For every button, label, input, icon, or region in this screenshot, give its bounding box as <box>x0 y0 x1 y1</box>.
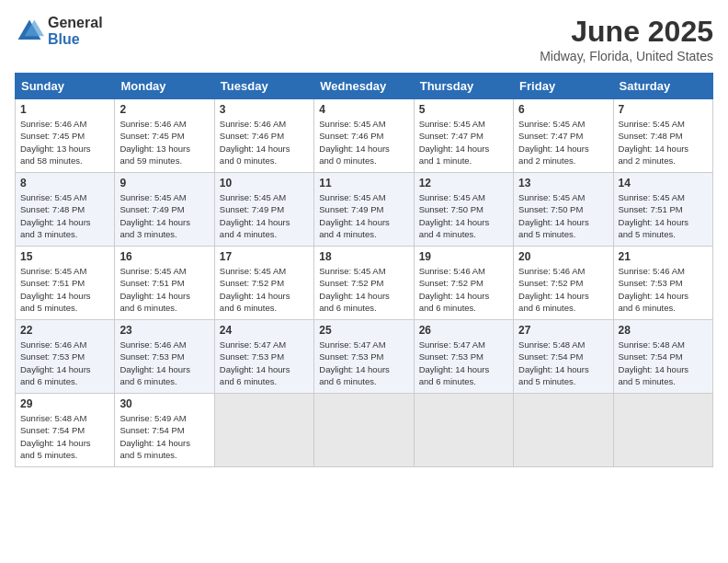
day-number: 17 <box>220 250 309 263</box>
day-info: Sunrise: 5:45 AM Sunset: 7:48 PM Dayligh… <box>20 191 109 240</box>
calendar-day-cell: 22Sunrise: 5:46 AM Sunset: 7:53 PM Dayli… <box>16 320 115 394</box>
day-info: Sunrise: 5:46 AM Sunset: 7:53 PM Dayligh… <box>20 339 109 387</box>
day-number: 24 <box>220 324 309 337</box>
calendar-day-cell: 3Sunrise: 5:46 AM Sunset: 7:46 PM Daylig… <box>214 99 313 173</box>
weekday-header: Tuesday <box>214 74 313 99</box>
day-info: Sunrise: 5:45 AM Sunset: 7:50 PM Dayligh… <box>518 191 608 240</box>
day-info: Sunrise: 5:46 AM Sunset: 7:45 PM Dayligh… <box>119 118 209 167</box>
day-info: Sunrise: 5:45 AM Sunset: 7:52 PM Dayligh… <box>220 265 309 314</box>
day-number: 5 <box>419 103 508 116</box>
calendar-day-cell: 29Sunrise: 5:48 AM Sunset: 7:54 PM Dayli… <box>16 394 115 467</box>
day-info: Sunrise: 5:45 AM Sunset: 7:52 PM Dayligh… <box>319 265 408 314</box>
day-number: 20 <box>518 250 608 263</box>
day-info: Sunrise: 5:45 AM Sunset: 7:50 PM Dayligh… <box>419 191 508 240</box>
calendar-day-cell: 15Sunrise: 5:45 AM Sunset: 7:51 PM Dayli… <box>16 247 115 320</box>
day-info: Sunrise: 5:46 AM Sunset: 7:53 PM Dayligh… <box>119 339 209 387</box>
day-info: Sunrise: 5:46 AM Sunset: 7:53 PM Dayligh… <box>619 265 708 314</box>
day-number: 3 <box>220 103 309 116</box>
day-number: 14 <box>619 177 708 190</box>
day-number: 8 <box>20 177 109 190</box>
day-number: 11 <box>319 177 408 190</box>
calendar-day-cell: 20Sunrise: 5:46 AM Sunset: 7:52 PM Dayli… <box>514 247 613 320</box>
calendar-day-cell: 8Sunrise: 5:45 AM Sunset: 7:48 PM Daylig… <box>16 173 115 247</box>
day-number: 27 <box>518 324 608 337</box>
calendar-day-cell: 11Sunrise: 5:45 AM Sunset: 7:49 PM Dayli… <box>314 173 414 247</box>
day-number: 16 <box>119 250 209 263</box>
calendar-day-cell: 1Sunrise: 5:46 AM Sunset: 7:45 PM Daylig… <box>16 99 115 173</box>
calendar-day-cell: 13Sunrise: 5:45 AM Sunset: 7:50 PM Dayli… <box>514 173 613 247</box>
weekday-header: Friday <box>514 74 613 99</box>
day-number: 13 <box>518 177 608 190</box>
calendar-day-cell <box>514 394 613 467</box>
day-info: Sunrise: 5:45 AM Sunset: 7:47 PM Dayligh… <box>419 118 508 167</box>
day-info: Sunrise: 5:45 AM Sunset: 7:49 PM Dayligh… <box>119 191 209 240</box>
calendar-day-cell: 10Sunrise: 5:45 AM Sunset: 7:49 PM Dayli… <box>214 173 313 247</box>
calendar-day-cell: 16Sunrise: 5:45 AM Sunset: 7:51 PM Dayli… <box>115 247 214 320</box>
calendar-week-row: 15Sunrise: 5:45 AM Sunset: 7:51 PM Dayli… <box>16 247 713 320</box>
day-info: Sunrise: 5:48 AM Sunset: 7:54 PM Dayligh… <box>619 339 708 387</box>
day-number: 10 <box>220 177 309 190</box>
day-info: Sunrise: 5:45 AM Sunset: 7:49 PM Dayligh… <box>220 191 309 240</box>
calendar-day-cell: 7Sunrise: 5:45 AM Sunset: 7:48 PM Daylig… <box>613 99 712 173</box>
day-info: Sunrise: 5:46 AM Sunset: 7:46 PM Dayligh… <box>220 118 309 167</box>
day-number: 18 <box>319 250 408 263</box>
weekday-header: Wednesday <box>314 74 414 99</box>
calendar-day-cell: 9Sunrise: 5:45 AM Sunset: 7:49 PM Daylig… <box>115 173 214 247</box>
day-info: Sunrise: 5:49 AM Sunset: 7:54 PM Dayligh… <box>119 412 209 461</box>
month-title: June 2025 <box>540 15 713 49</box>
calendar-week-row: 22Sunrise: 5:46 AM Sunset: 7:53 PM Dayli… <box>16 320 713 394</box>
calendar-day-cell: 6Sunrise: 5:45 AM Sunset: 7:47 PM Daylig… <box>514 99 613 173</box>
day-info: Sunrise: 5:45 AM Sunset: 7:49 PM Dayligh… <box>319 191 408 240</box>
calendar-day-cell: 4Sunrise: 5:45 AM Sunset: 7:46 PM Daylig… <box>314 99 414 173</box>
calendar-week-row: 29Sunrise: 5:48 AM Sunset: 7:54 PM Dayli… <box>16 394 713 467</box>
calendar-week-row: 1Sunrise: 5:46 AM Sunset: 7:45 PM Daylig… <box>16 99 713 173</box>
day-number: 6 <box>518 103 608 116</box>
day-info: Sunrise: 5:46 AM Sunset: 7:52 PM Dayligh… <box>419 265 508 314</box>
day-info: Sunrise: 5:48 AM Sunset: 7:54 PM Dayligh… <box>20 412 109 461</box>
calendar-day-cell: 5Sunrise: 5:45 AM Sunset: 7:47 PM Daylig… <box>414 99 513 173</box>
calendar-day-cell: 24Sunrise: 5:47 AM Sunset: 7:53 PM Dayli… <box>214 320 313 394</box>
day-number: 1 <box>20 103 109 116</box>
day-info: Sunrise: 5:45 AM Sunset: 7:47 PM Dayligh… <box>518 118 608 167</box>
calendar-day-cell <box>613 394 712 467</box>
calendar-day-cell: 14Sunrise: 5:45 AM Sunset: 7:51 PM Dayli… <box>613 173 712 247</box>
calendar-header-row: SundayMondayTuesdayWednesdayThursdayFrid… <box>16 74 713 99</box>
day-info: Sunrise: 5:47 AM Sunset: 7:53 PM Dayligh… <box>220 339 309 387</box>
calendar-day-cell: 19Sunrise: 5:46 AM Sunset: 7:52 PM Dayli… <box>414 247 513 320</box>
day-number: 7 <box>619 103 708 116</box>
day-number: 28 <box>619 324 708 337</box>
calendar-week-row: 8Sunrise: 5:45 AM Sunset: 7:48 PM Daylig… <box>16 173 713 247</box>
day-info: Sunrise: 5:45 AM Sunset: 7:46 PM Dayligh… <box>319 118 408 167</box>
calendar-day-cell: 27Sunrise: 5:48 AM Sunset: 7:54 PM Dayli… <box>514 320 613 394</box>
day-number: 22 <box>20 324 109 337</box>
weekday-header: Sunday <box>16 74 115 99</box>
calendar-day-cell: 26Sunrise: 5:47 AM Sunset: 7:53 PM Dayli… <box>414 320 513 394</box>
day-info: Sunrise: 5:47 AM Sunset: 7:53 PM Dayligh… <box>419 339 508 387</box>
calendar-day-cell <box>414 394 513 467</box>
day-info: Sunrise: 5:46 AM Sunset: 7:52 PM Dayligh… <box>518 265 608 314</box>
title-block: June 2025 Midway, Florida, United States <box>540 15 713 63</box>
day-number: 30 <box>119 397 209 410</box>
day-number: 2 <box>119 103 209 116</box>
calendar-day-cell: 17Sunrise: 5:45 AM Sunset: 7:52 PM Dayli… <box>214 247 313 320</box>
calendar-day-cell: 2Sunrise: 5:46 AM Sunset: 7:45 PM Daylig… <box>115 99 214 173</box>
logo: General Blue <box>15 15 103 47</box>
day-info: Sunrise: 5:45 AM Sunset: 7:51 PM Dayligh… <box>619 191 708 240</box>
calendar-day-cell: 23Sunrise: 5:46 AM Sunset: 7:53 PM Dayli… <box>115 320 214 394</box>
weekday-header: Monday <box>115 74 214 99</box>
day-number: 9 <box>119 177 209 190</box>
calendar-day-cell: 12Sunrise: 5:45 AM Sunset: 7:50 PM Dayli… <box>414 173 513 247</box>
logo-icon <box>15 17 44 46</box>
day-number: 19 <box>419 250 508 263</box>
weekday-header: Thursday <box>414 74 513 99</box>
calendar-day-cell <box>314 394 414 467</box>
logo-general: General <box>48 15 103 31</box>
day-number: 15 <box>20 250 109 263</box>
logo-blue: Blue <box>48 31 103 48</box>
day-number: 4 <box>319 103 408 116</box>
page-header: General Blue June 2025 Midway, Florida, … <box>15 15 713 63</box>
day-info: Sunrise: 5:48 AM Sunset: 7:54 PM Dayligh… <box>518 339 608 387</box>
day-number: 26 <box>419 324 508 337</box>
calendar-day-cell: 28Sunrise: 5:48 AM Sunset: 7:54 PM Dayli… <box>613 320 712 394</box>
calendar-day-cell: 25Sunrise: 5:47 AM Sunset: 7:53 PM Dayli… <box>314 320 414 394</box>
